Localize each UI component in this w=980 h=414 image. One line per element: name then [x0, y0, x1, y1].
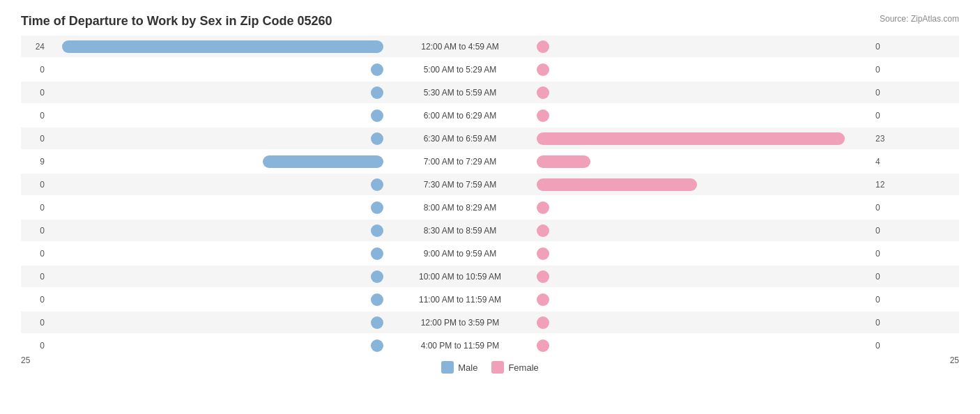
male-bar-stub: [371, 63, 383, 76]
time-label: 8:30 AM to 8:59 AM: [383, 226, 537, 236]
male-bar-area: [49, 201, 383, 214]
male-bar-area: [49, 224, 383, 237]
male-bar-stub: [371, 86, 383, 99]
female-bar-stub: [537, 109, 549, 122]
male-value: 0: [21, 203, 49, 213]
male-bar-area: [49, 316, 383, 329]
male-bar-area: [49, 155, 383, 168]
time-label: 10:00 AM to 10:59 AM: [383, 272, 537, 282]
female-bar-area: [537, 86, 871, 99]
female-value: 0: [871, 341, 899, 351]
time-label: 12:00 AM to 4:59 AM: [383, 42, 537, 52]
female-bar-area: [537, 40, 871, 53]
legend-female-box: [491, 361, 504, 374]
male-value: 0: [21, 295, 49, 305]
female-value: 0: [871, 295, 899, 305]
female-bar-area: [537, 132, 871, 145]
female-bar-area: [537, 247, 871, 260]
female-bar-stub: [537, 63, 549, 76]
male-value: 0: [21, 341, 49, 351]
male-value: 0: [21, 88, 49, 98]
table-row: 09:00 AM to 9:59 AM0: [21, 243, 959, 264]
time-label: 8:00 AM to 8:29 AM: [383, 203, 537, 213]
male-bar-area: [49, 132, 383, 145]
male-bar-area: [49, 293, 383, 306]
male-bar-stub: [371, 109, 383, 122]
table-row: 012:00 PM to 3:59 PM0: [21, 312, 959, 333]
female-bar-area: [537, 201, 871, 214]
male-bar-stub: [371, 339, 383, 352]
female-bar-area: [537, 339, 871, 352]
female-value: 0: [871, 272, 899, 282]
female-value: 0: [871, 65, 899, 75]
female-bar-stub: [537, 316, 549, 329]
time-label: 6:00 AM to 6:29 AM: [383, 111, 537, 121]
male-value: 24: [21, 42, 49, 52]
female-value: 0: [871, 111, 899, 121]
time-label: 7:00 AM to 7:29 AM: [383, 157, 537, 167]
chart-title: Time of Departure to Work by Sex in Zip …: [21, 14, 959, 29]
male-bar-stub: [371, 201, 383, 214]
table-row: 05:00 AM to 5:29 AM0: [21, 59, 959, 80]
legend-female: Female: [491, 361, 538, 374]
female-bar-area: [537, 178, 871, 191]
male-bar-area: [49, 270, 383, 283]
male-bar-stub: [371, 270, 383, 283]
female-bar-stub: [537, 339, 549, 352]
female-value: 0: [871, 42, 899, 52]
male-bar-stub: [371, 178, 383, 191]
female-bar-stub: [537, 40, 549, 53]
female-bar-area: [537, 270, 871, 283]
time-label: 5:30 AM to 5:59 AM: [383, 88, 537, 98]
female-bar-stub: [537, 270, 549, 283]
female-bar-stub: [537, 201, 549, 214]
female-bar-stub: [537, 224, 549, 237]
axis-right-label: 25: [950, 355, 959, 374]
male-bar-stub: [371, 247, 383, 260]
legend-female-label: Female: [508, 362, 538, 373]
female-bar: [537, 132, 845, 145]
male-value: 0: [21, 226, 49, 236]
female-value: 4: [871, 157, 899, 167]
source-label: Source: ZipAtlas.com: [880, 14, 959, 24]
table-row: 011:00 AM to 11:59 AM0: [21, 289, 959, 310]
chart-container: Time of Departure to Work by Sex in Zip …: [0, 0, 980, 414]
male-value: 0: [21, 249, 49, 259]
male-value: 0: [21, 318, 49, 328]
female-bar-area: [537, 224, 871, 237]
female-value: 0: [871, 203, 899, 213]
female-bar-stub: [537, 293, 549, 306]
time-label: 4:00 PM to 11:59 PM: [383, 341, 537, 351]
female-bar-stub: [537, 247, 549, 260]
male-value: 0: [21, 111, 49, 121]
female-value: 0: [871, 318, 899, 328]
male-value: 0: [21, 180, 49, 190]
axis-left-label: 25: [21, 355, 30, 374]
table-row: 06:30 AM to 6:59 AM23: [21, 128, 959, 149]
male-value: 9: [21, 157, 49, 167]
female-value: 0: [871, 249, 899, 259]
male-bar-area: [49, 86, 383, 99]
male-bar: [263, 155, 383, 168]
female-value: 23: [871, 134, 899, 144]
legend: Male Female: [441, 361, 539, 374]
female-bar: [537, 155, 590, 168]
male-bar-stub: [371, 316, 383, 329]
table-row: 08:30 AM to 8:59 AM0: [21, 220, 959, 241]
female-bar: [537, 178, 697, 191]
table-row: 010:00 AM to 10:59 AM0: [21, 266, 959, 287]
table-row: 04:00 PM to 11:59 PM0: [21, 335, 959, 356]
female-bar-area: [537, 155, 871, 168]
male-bar-stub: [371, 224, 383, 237]
male-bar-area: [49, 63, 383, 76]
male-bar-area: [49, 178, 383, 191]
table-row: 97:00 AM to 7:29 AM4: [21, 151, 959, 172]
legend-male: Male: [441, 361, 477, 374]
male-value: 0: [21, 272, 49, 282]
chart-area: 2412:00 AM to 4:59 AM005:00 AM to 5:29 A…: [21, 36, 959, 352]
table-row: 06:00 AM to 6:29 AM0: [21, 105, 959, 126]
male-bar-area: [49, 109, 383, 122]
female-bar-area: [537, 63, 871, 76]
time-label: 11:00 AM to 11:59 AM: [383, 295, 537, 305]
male-value: 0: [21, 65, 49, 75]
